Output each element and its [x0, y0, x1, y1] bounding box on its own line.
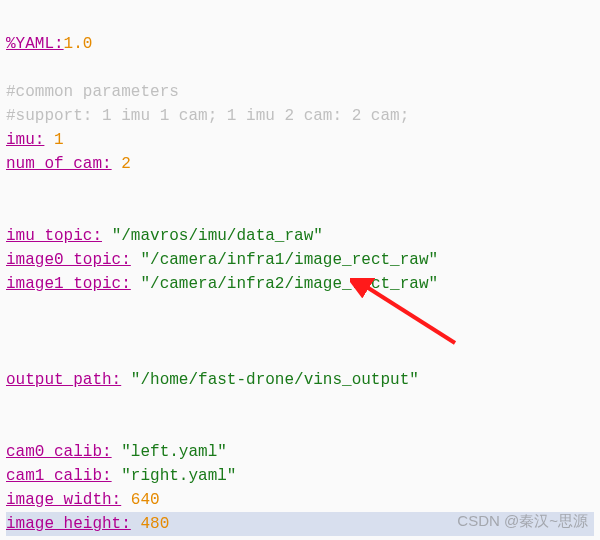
- key-image-width: image_width:: [6, 491, 121, 509]
- yaml-directive-key: %YAML:: [6, 35, 64, 53]
- line-imu: imu: 1: [6, 131, 64, 149]
- line-num-of-cam: num_of_cam: 2: [6, 155, 131, 173]
- key-imu: imu:: [6, 131, 44, 149]
- comment-support: #support: 1 imu 1 cam; 1 imu 2 cam: 2 ca…: [6, 107, 409, 125]
- val-cam1-calib: "right.yaml": [121, 467, 236, 485]
- comment-common: #common parameters: [6, 83, 179, 101]
- key-image-height: image_height:: [6, 515, 131, 533]
- key-cam0-calib: cam0_calib:: [6, 443, 112, 461]
- val-num-of-cam: 2: [121, 155, 131, 173]
- val-cam0-calib: "left.yaml": [121, 443, 227, 461]
- key-num-of-cam: num_of_cam:: [6, 155, 112, 173]
- key-image1-topic: image1_topic:: [6, 275, 131, 293]
- key-image0-topic: image0_topic:: [6, 251, 131, 269]
- yaml-code-block: %YAML:1.0 #common parameters #support: 1…: [6, 8, 594, 536]
- val-imu-topic: "/mavros/imu/data_raw": [112, 227, 323, 245]
- key-cam1-calib: cam1_calib:: [6, 467, 112, 485]
- line-cam0-calib: cam0_calib: "left.yaml": [6, 443, 227, 461]
- val-output-path: "/home/fast-drone/vins_output": [131, 371, 419, 389]
- line-output-path: output_path: "/home/fast-drone/vins_outp…: [6, 371, 419, 389]
- line-image0-topic: image0_topic: "/camera/infra1/image_rect…: [6, 251, 438, 269]
- yaml-version: 1.0: [64, 35, 93, 53]
- key-imu-topic: imu_topic:: [6, 227, 102, 245]
- val-image-width: 640: [131, 491, 160, 509]
- line-cam1-calib: cam1_calib: "right.yaml": [6, 467, 236, 485]
- line-image-width: image_width: 640: [6, 491, 160, 509]
- val-image-height: 480: [140, 515, 169, 533]
- key-output-path: output_path:: [6, 371, 121, 389]
- watermark-text: CSDN @秦汉~思源: [457, 510, 588, 533]
- val-imu: 1: [54, 131, 64, 149]
- line-imu-topic: imu_topic: "/mavros/imu/data_raw": [6, 227, 323, 245]
- line-image1-topic: image1_topic: "/camera/infra2/image_rect…: [6, 275, 438, 293]
- yaml-directive: %YAML:1.0: [6, 35, 92, 53]
- val-image1-topic: "/camera/infra2/image_rect_raw": [140, 275, 438, 293]
- val-image0-topic: "/camera/infra1/image_rect_raw": [140, 251, 438, 269]
